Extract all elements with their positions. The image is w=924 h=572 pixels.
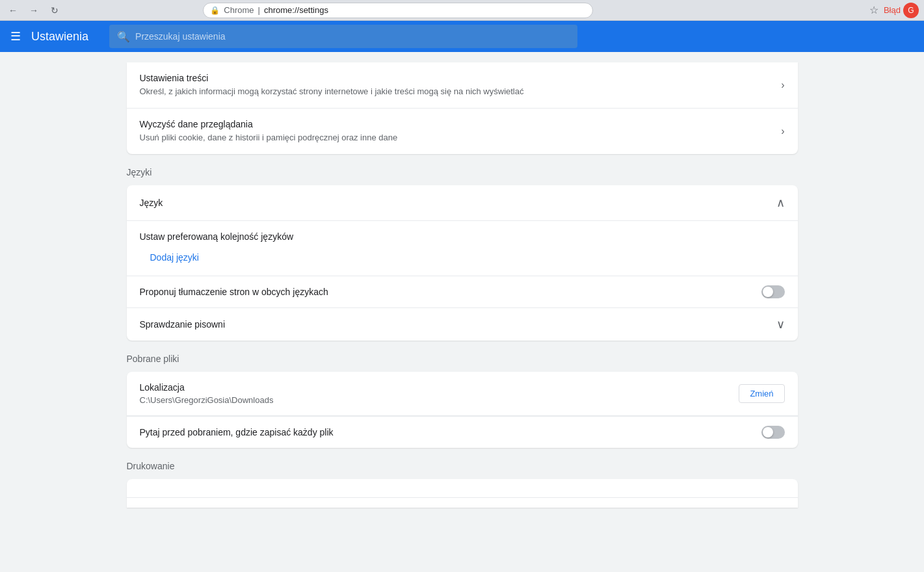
toolbar-right: ☆ Błąd G (869, 3, 919, 18)
clear-data-title: Wyczyść dane przeglądania (140, 119, 398, 129)
translate-toggle[interactable] (761, 285, 785, 298)
content-settings-desc: Określ, z jakich informacji mogą korzyst… (140, 86, 524, 98)
clear-data-item[interactable]: Wyczyść dane przeglądania Usuń pliki coo… (127, 109, 798, 154)
spellcheck-chevron: ∨ (776, 317, 785, 332)
main-content: Ustawienia treści Określ, z jakich infor… (111, 52, 813, 528)
profile-button[interactable]: Błąd G (884, 3, 919, 18)
forward-button[interactable]: → (26, 3, 42, 18)
lock-icon: 🔒 (210, 6, 220, 15)
printing-heading: Drukowanie (127, 461, 798, 471)
spellcheck-item[interactable]: Sprawdzanie pisowni ∨ (127, 307, 798, 341)
reload-button[interactable]: ↻ (47, 3, 62, 18)
site-name: Chrome (224, 5, 254, 15)
language-chevron-up: ∧ (776, 196, 785, 210)
downloads-heading: Pobrane pliki (127, 354, 798, 364)
language-card: Język ∧ Ustaw preferowaną kolejność języ… (127, 185, 798, 341)
address-bar: 🔒 Chrome | chrome://settings (203, 3, 593, 18)
avatar: G (903, 3, 919, 18)
language-header[interactable]: Język ∧ (127, 185, 798, 221)
change-location-button[interactable]: Zmień (739, 384, 784, 403)
browser-bar: ← → ↻ 🔒 Chrome | chrome://settings ☆ Błą… (0, 0, 924, 21)
languages-heading: Języki (127, 167, 798, 177)
spellcheck-label: Sprawdzanie pisowni (140, 319, 226, 330)
search-input[interactable] (135, 31, 570, 42)
translate-toggle-row: Proponuj tłumaczenie stron w obcych języ… (127, 276, 798, 307)
error-label: Błąd (884, 5, 901, 15)
separator: | (258, 5, 260, 15)
ask-toggle-row: Pytaj przed pobraniem, gdzie zapisać każ… (127, 416, 798, 448)
location-row: Lokalizacja C:\Users\GregorziGosia\Downl… (127, 372, 798, 416)
ask-toggle-label: Pytaj przed pobraniem, gdzie zapisać każ… (140, 427, 334, 437)
location-path: C:\Users\GregorziGosia\Downloads (140, 395, 274, 405)
menu-icon[interactable]: ☰ (10, 29, 21, 44)
ask-toggle[interactable] (761, 426, 785, 439)
translate-label: Proponuj tłumaczenie stron w obcych języ… (140, 287, 328, 297)
printing-item[interactable] (127, 479, 798, 498)
downloads-card: Lokalizacja C:\Users\GregorziGosia\Downl… (127, 372, 798, 448)
content-settings-title: Ustawienia treści (140, 73, 524, 83)
clear-data-desc: Usuń pliki cookie, dane z historii i pam… (140, 132, 398, 144)
page-title: Ustawienia (31, 30, 88, 44)
content-settings-chevron: › (781, 79, 784, 91)
add-languages-button[interactable]: Dodaj języki (145, 250, 204, 265)
lang-order-text: Ustaw preferowaną kolejność języków (140, 231, 785, 242)
settings-header: ☰ Ustawienia 🔍 (0, 21, 924, 52)
content-settings-item[interactable]: Ustawienia treści Określ, z jakich infor… (127, 62, 798, 109)
bookmark-button[interactable]: ☆ (869, 4, 878, 16)
clear-data-chevron: › (781, 125, 784, 137)
location-title: Lokalizacja (140, 382, 274, 393)
back-button[interactable]: ← (5, 3, 21, 18)
language-title: Język (140, 198, 163, 208)
printing-card-partial (127, 479, 798, 508)
top-partial-card: Ustawienia treści Określ, z jakich infor… (127, 62, 798, 154)
search-bar-container: 🔍 (109, 25, 577, 48)
language-body: Ustaw preferowaną kolejność języków Doda… (127, 221, 798, 276)
address-text: chrome://settings (264, 5, 328, 15)
search-icon: 🔍 (117, 31, 130, 43)
